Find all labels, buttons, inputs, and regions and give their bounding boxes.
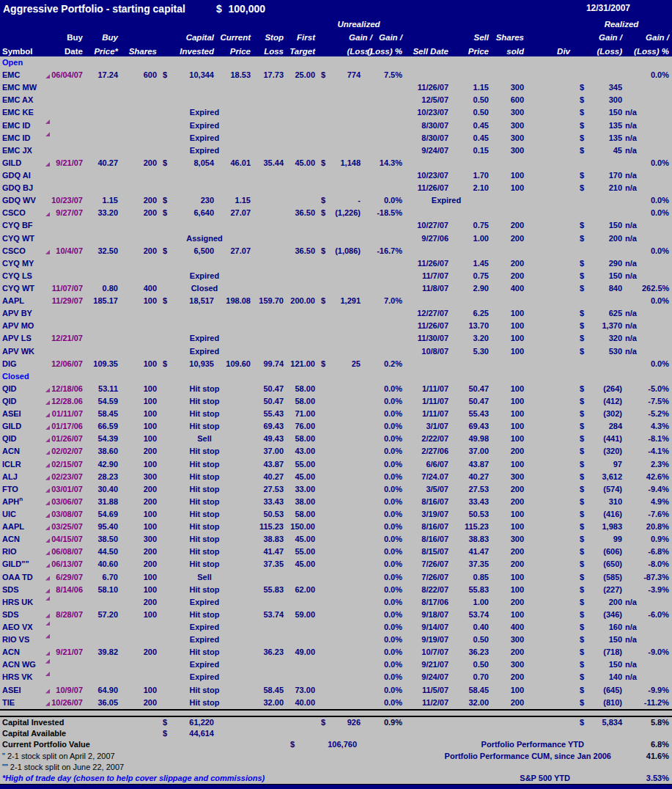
cell-st: Expired: [158, 146, 251, 155]
cell-text: 66.59: [97, 422, 118, 430]
cell-text: CYQ BF: [2, 221, 33, 230]
comment-marker-icon: [45, 132, 50, 136]
cell-rd: $: [575, 121, 585, 131]
cell-text: $: [580, 221, 584, 230]
cell-sym: QID: [0, 384, 45, 394]
cell-text: 9/21/07: [56, 647, 83, 656]
cell-text: 1,291: [340, 296, 361, 305]
cell-sym: HRS VK: [0, 672, 45, 682]
cell-up: 0.0%: [361, 660, 403, 669]
cell-text: 0.0%: [384, 397, 402, 405]
cell-text: 38.83: [263, 535, 284, 543]
cell-sh: 400: [119, 284, 158, 293]
cell-up: 0.0%: [361, 196, 403, 205]
cell-text: 0.0%: [384, 559, 402, 568]
cell-text: 0.0%: [384, 485, 402, 493]
cell-text: 100: [511, 686, 524, 694]
split-note-2-row: "" 2-1 stock split on June 22, 2007: [0, 762, 672, 773]
cell-text: 109.35: [93, 359, 118, 368]
cell-text: 38.60: [97, 447, 118, 455]
cell-text: (1,086): [335, 246, 361, 255]
cell-text: 100: [511, 171, 524, 180]
cell-rd: $: [575, 686, 585, 695]
table-row: ICLR02/15/0742.90100Hit stop43.8755.000.…: [0, 458, 672, 471]
cell-rd: $: [575, 384, 585, 394]
cell-rd: $: [575, 635, 585, 645]
cell-sp: 0.40: [449, 623, 490, 632]
cell-text: 100: [144, 384, 157, 393]
cell-sp: 115.23: [449, 522, 490, 532]
cell-up: 0.2%: [361, 359, 403, 369]
cell-up: 0.0%: [361, 635, 403, 645]
sheet-header: Aggressive Portfolio - starting capital …: [0, 0, 672, 56]
cell-st: Hit stop: [158, 409, 251, 419]
cell-sl: 49.43: [251, 434, 284, 444]
cell-text: 41.47: [468, 547, 489, 556]
cell-sym: AEO VX: [0, 623, 45, 632]
cell-text: Hit stop: [190, 559, 220, 568]
cell-text: $: [321, 158, 325, 167]
cell-text: 200: [511, 559, 524, 568]
cell-sh: 200: [119, 547, 158, 557]
cell-text: 200: [144, 559, 157, 568]
cell-text: 100: [144, 686, 157, 694]
cell-text: EMC AX: [2, 95, 33, 104]
cell-na: n/a: [623, 146, 642, 155]
cell-text: 100: [511, 460, 524, 469]
cell-text: 300: [144, 535, 157, 543]
cell-ra: 99: [585, 535, 623, 544]
cell-text: 0.0%: [384, 698, 402, 707]
comment-marker-icon: [45, 621, 50, 625]
cell-sl: 27.53: [251, 485, 284, 494]
cell-text: $: [580, 598, 584, 606]
cell-bp: 64.90: [84, 686, 119, 695]
cell-bp: 39.82: [84, 647, 119, 657]
cell-up: 0.0%: [361, 409, 403, 419]
cell-cp: 109.60: [215, 359, 251, 369]
cell-text: $: [580, 460, 584, 469]
cell-text: 99: [613, 535, 622, 543]
cell-rd: $: [575, 271, 585, 281]
cell-text: 262.5%: [642, 284, 669, 293]
cell-sl: 50.47: [251, 397, 284, 406]
comment-marker-icon: [45, 120, 50, 124]
cell-st: Hit stop: [158, 497, 251, 507]
cell-text: Hit stop: [190, 397, 220, 405]
cell-cp: 27.07: [215, 246, 251, 256]
cell-text: 0.40: [473, 623, 489, 631]
cell-ra: 135: [585, 133, 623, 143]
cell-so: 200: [490, 485, 525, 494]
cell-text: 99.74: [263, 359, 284, 368]
cell-text: 200: [511, 485, 524, 493]
cell-text: n/a: [625, 321, 637, 330]
table-row: AEO VXExpired0.0%9/14/070.40400$160n/a: [0, 621, 672, 634]
cell-text: AAPL: [2, 296, 24, 305]
cell-st: Hit stop: [158, 585, 251, 595]
cell-ra: (320): [585, 447, 623, 456]
cell-text: $: [580, 510, 584, 518]
cell-ft: 38.00: [284, 497, 316, 507]
cell-text: $: [580, 660, 584, 669]
cell-sd: 9/24/07: [403, 672, 449, 682]
cell-text: 97: [613, 460, 622, 469]
cell-rd: $: [575, 347, 585, 356]
cell-text: 200: [511, 234, 524, 243]
cell-text: 300: [511, 660, 524, 669]
cell-text: 14.3%: [380, 158, 402, 167]
cell-rd: $: [575, 146, 585, 155]
cell-bp: 53.11: [84, 384, 119, 394]
cell-sl: 37.00: [251, 447, 284, 456]
cell-ft: 45.00: [284, 559, 316, 569]
cell-sd: 2/22/07: [403, 434, 449, 444]
cell-bd: 06/04/07: [45, 70, 84, 80]
comment-marker-icon: [45, 438, 50, 442]
comment-marker-icon: [45, 488, 50, 493]
cell-text: 10/26/07: [51, 698, 83, 707]
cell-text: Expired: [190, 334, 219, 342]
cell-text: 10/23/07: [51, 196, 83, 205]
cell-text: 0.0%: [384, 384, 402, 393]
cell-text: 200: [511, 447, 524, 455]
table-row: OAA TD6/29/076.70100Sell0.0%7/26/070.851…: [0, 570, 672, 583]
cell-text: 200: [511, 598, 524, 606]
cell-rd: $: [575, 321, 585, 331]
